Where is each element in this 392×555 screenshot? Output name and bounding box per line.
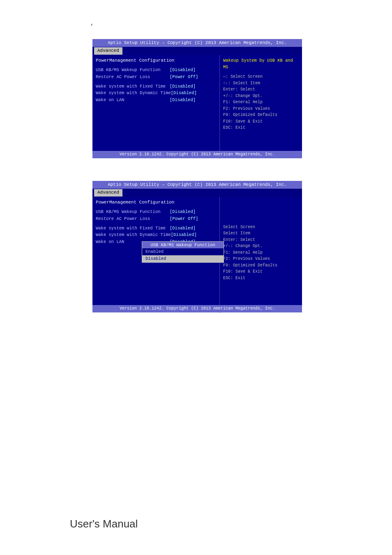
table-row: Wake system with Dynamic Time [Disabled]: [96, 232, 216, 238]
screen1-right-panel: Wakeup System by USB KB and MS ↔: Select…: [220, 55, 302, 159]
s2-nav-select-item: Select Item: [223, 230, 299, 237]
item-value-lan: [Disabled]: [170, 97, 196, 103]
screen1-body: PowerManagement Configuration USB KB/MS …: [92, 55, 302, 159]
s2-item-value-fixed: [Disabled]: [170, 225, 196, 231]
s2-nav-enter: Enter: Select: [223, 237, 299, 243]
table-row: USB KB/MS Wakeup Function [Disabled]: [96, 209, 216, 215]
screen2-right-panel: Select Screen Select Item Enter: Select …: [220, 197, 302, 313]
nav-f1: F1: General Help: [223, 99, 299, 106]
nav-f2: F2: Previous Values: [223, 106, 299, 112]
dropdown-title: USB KB/MS Wakeup Function: [142, 242, 224, 249]
dropdown-item-enabled[interactable]: Enabled: [142, 248, 224, 255]
s2-item-value-usb: [Disabled]: [170, 209, 196, 215]
nav-select-item: ↑↓: Select Item: [223, 80, 299, 87]
item-label-fixed: Wake system with Fixed Time: [96, 83, 170, 90]
page: , Aptio Setup Utility – Copyright (C) 20…: [0, 0, 392, 555]
screen2-tab-advanced[interactable]: Advanced: [94, 189, 122, 196]
item-value-usb: [Disabled]: [170, 67, 196, 73]
screen1-tab-advanced[interactable]: Advanced: [94, 47, 122, 54]
bios-screen-2: Aptio Setup Utility – Copyright (C) 2013…: [92, 181, 302, 312]
s2-nav-f1: F1: General Help: [223, 250, 299, 256]
s2-nav-esc: ESC: Exit: [223, 275, 299, 282]
screen1-tab-bar: Advanced: [92, 47, 302, 55]
table-row: USB KB/MS Wakeup Function [Disabled]: [96, 67, 216, 73]
screen2-section-title: PowerManagement Configuration: [96, 199, 216, 206]
table-row: Restore AC Power Loss [Power Off]: [96, 216, 216, 222]
s2-nav-select-screen: Select Screen: [223, 224, 299, 231]
item-label-lan: Wake on LAN: [96, 97, 170, 103]
screen2-title-bar: Aptio Setup Utility – Copyright (C) 2013…: [92, 181, 302, 189]
screen2-nav-help: Select Screen Select Item Enter: Select …: [223, 224, 299, 282]
table-row: Wake system with Fixed Time [Disabled]: [96, 83, 216, 90]
screen1-footer: Version 2.16.1242. Copyright (C) 2013 Am…: [92, 151, 302, 158]
nav-f10: F10: Save & Exit: [223, 118, 299, 125]
item-label-restore: Restore AC Power Loss: [96, 74, 170, 80]
s2-nav-f2: F2: Previous Values: [223, 256, 299, 262]
screen2-body: PowerManagement Configuration USB KB/MS …: [92, 197, 302, 313]
item-value-dynamic: [Disabled]: [171, 90, 197, 96]
s2-nav-change: +/-: Change Opt.: [223, 243, 299, 250]
nav-esc: ESC: Exit: [223, 125, 299, 131]
screen1-section-title: PowerManagement Configuration: [96, 58, 216, 64]
screen2-footer: Version 2.16.1242. Copyright (C) 2013 Am…: [92, 305, 302, 312]
s2-nav-f9: F9: Optimized Defaults: [223, 262, 299, 269]
table-row: Wake system with Fixed Time [Disabled]: [96, 225, 216, 231]
s2-item-value-dynamic: [Disabled]: [171, 232, 197, 238]
screen2-tab-bar: Advanced: [92, 189, 302, 197]
item-value-restore: [Power Off]: [170, 74, 198, 80]
screen1-help-text: Wakeup System by USB KB and MS: [223, 58, 299, 71]
table-row: Restore AC Power Loss [Power Off]: [96, 74, 216, 80]
users-manual-label: User's Manual: [70, 518, 138, 530]
nav-f9: F9: Optimized Defaults: [223, 112, 299, 118]
bios-screen-1: Aptio Setup Utility – Copyright (C) 2013…: [92, 39, 302, 158]
screen1-nav-help: ↔: Select Screen ↑↓: Select Item Enter: …: [223, 74, 299, 131]
screen1-title-bar: Aptio Setup Utility – Copyright (C) 2013…: [92, 39, 302, 47]
screen2-left-panel: PowerManagement Configuration USB KB/MS …: [92, 197, 220, 313]
item-value-fixed: [Disabled]: [170, 83, 196, 90]
top-comma: ,: [90, 20, 94, 26]
nav-select-screen: ↔: Select Screen: [223, 74, 299, 80]
s2-item-label-restore: Restore AC Power Loss: [96, 216, 170, 222]
table-row: Wake system with Dynamic Time [Disabled]: [96, 90, 216, 96]
usb-wakeup-dropdown[interactable]: USB KB/MS Wakeup Function Enabled Disabl…: [142, 241, 224, 263]
item-label-dynamic: Wake system with Dynamic Time: [96, 90, 171, 96]
s2-item-label-fixed: Wake system with Fixed Time: [96, 225, 170, 231]
s2-item-label-usb: USB KB/MS Wakeup Function: [96, 209, 170, 215]
dropdown-item-disabled[interactable]: Disabled: [142, 255, 224, 262]
table-row: Wake on LAN [Disabled]: [96, 97, 216, 103]
nav-enter: Enter: Select: [223, 86, 299, 93]
nav-change: +/-: Change Opt.: [223, 93, 299, 99]
s2-item-label-dynamic: Wake system with Dynamic Time: [96, 232, 171, 238]
screen1-left-panel: PowerManagement Configuration USB KB/MS …: [92, 55, 220, 159]
s2-nav-f10: F10: Save & Exit: [223, 268, 299, 275]
s2-item-value-restore: [Power Off]: [170, 216, 198, 222]
item-label-usb: USB KB/MS Wakeup Function: [96, 67, 170, 73]
